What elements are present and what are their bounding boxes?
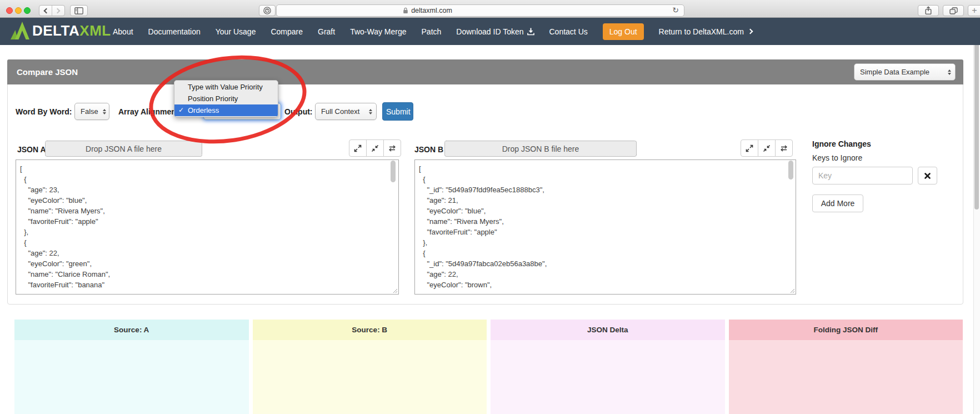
chevron-right-icon	[747, 29, 753, 34]
submit-button[interactable]: Submit	[382, 102, 413, 121]
source-b-panel: Source: B	[253, 320, 487, 414]
json-a-toolbar	[349, 139, 401, 157]
output-value: Full Context	[321, 107, 359, 116]
sidebar-toggle-button[interactable]	[70, 5, 88, 16]
ignore-key-input[interactable]	[812, 167, 913, 184]
source-a-panel-body	[14, 340, 249, 414]
deltaxml-logo[interactable]: DELTAXML	[10, 21, 111, 41]
json-b-collapse-button[interactable]	[758, 139, 776, 157]
json-a-resize-grip[interactable]	[392, 287, 398, 293]
deltaxml-logo-icon	[10, 21, 30, 41]
json-b-dropzone[interactable]: Drop JSON B file here	[444, 141, 637, 157]
json-b-scrollbar-thumb[interactable]	[788, 161, 793, 179]
remove-key-button[interactable]	[918, 167, 937, 184]
browser-chrome: deltaxml.com ↻ +	[0, 0, 980, 18]
back-button[interactable]	[39, 6, 52, 16]
json-delta-panel-body	[491, 340, 725, 414]
json-delta-panel-title: JSON Delta	[491, 320, 725, 340]
resize-small-icon	[371, 144, 379, 153]
json-b-toolbar	[741, 139, 793, 157]
transfer-icon	[388, 144, 397, 153]
privacy-report-button[interactable]	[259, 5, 276, 16]
remove-x-icon	[924, 172, 931, 179]
close-window-button[interactable]	[6, 7, 13, 14]
download-icon	[527, 28, 534, 36]
url-text: deltaxml.com	[411, 7, 452, 14]
keys-to-ignore-label: Keys to Ignore	[812, 153, 862, 162]
json-a-scrollbar-thumb[interactable]	[391, 161, 396, 182]
resize-full-icon	[745, 144, 754, 153]
back-icon	[44, 8, 49, 13]
folding-json-diff-panel-body	[729, 340, 963, 414]
word-by-word-value: False	[81, 107, 98, 116]
json-a-label: JSON A	[17, 145, 46, 154]
minimize-window-button[interactable]	[15, 7, 22, 14]
output-select[interactable]: Full Context	[315, 103, 377, 120]
source-b-panel-title: Source: B	[253, 320, 487, 340]
select-arrows-icon	[948, 69, 951, 75]
nav-item-return-to-deltaxml[interactable]: Return to DeltaXML.com	[659, 27, 752, 36]
nav-item-contact-us[interactable]: Contact Us	[549, 27, 588, 36]
nav-item-patch[interactable]: Patch	[422, 27, 442, 36]
json-b-textarea[interactable]: [ { "_id": "5d49a97fdd9fea5ec1888bc3", "…	[414, 159, 796, 295]
page-title: Compare JSON	[17, 67, 78, 77]
json-a-transfer-button[interactable]	[383, 139, 401, 157]
nav-item-about[interactable]: About	[113, 27, 133, 36]
sidebar-icon	[74, 7, 83, 14]
json-b-label: JSON B	[414, 145, 443, 154]
json-b-resize-grip[interactable]	[789, 287, 795, 293]
add-more-button[interactable]: Add More	[812, 194, 863, 212]
compare-panel-heading: Compare JSON	[7, 59, 963, 84]
dropdown-option-orderless[interactable]: ✓ Orderless	[174, 104, 278, 116]
share-icon	[924, 6, 932, 15]
array-alignment-label: Array Alignment:	[118, 107, 181, 116]
checkmark-icon: ✓	[178, 104, 184, 116]
nav-item-download-id-token[interactable]: Download ID Token	[456, 27, 534, 36]
nav-item-your-usage[interactable]: Your Usage	[216, 27, 256, 36]
json-a-expand-button[interactable]	[349, 139, 367, 157]
json-a-textarea[interactable]: [ { "age": 23, "eyeColor": "blue", "name…	[16, 159, 399, 295]
nav-item-documentation[interactable]: Documentation	[148, 27, 201, 36]
folding-json-diff-panel: Folding JSON Diff	[729, 320, 963, 414]
brand-text: DELTAXML	[32, 22, 111, 39]
select-arrows-icon	[369, 109, 372, 114]
forward-button[interactable]	[52, 6, 64, 16]
dropdown-option-position-priority[interactable]: Position Priority	[174, 93, 278, 104]
ignore-changes-heading: Ignore Changes	[812, 139, 871, 148]
screen: deltaxml.com ↻ +	[0, 0, 980, 414]
json-b-expand-button[interactable]	[741, 139, 758, 157]
page-scrollbar-thumb[interactable]	[974, 22, 979, 210]
nav-item-two-way-merge[interactable]: Two-Way Merge	[350, 27, 406, 36]
address-bar[interactable]: deltaxml.com ↻	[276, 4, 684, 17]
output-label: Output:	[284, 107, 313, 116]
reload-icon[interactable]: ↻	[672, 6, 679, 14]
word-by-word-select[interactable]: False	[74, 103, 109, 120]
zoom-window-button[interactable]	[24, 7, 31, 14]
dropdown-option-type-with-value-priority[interactable]: Type with Value Priority	[174, 81, 278, 93]
transfer-icon	[779, 144, 788, 153]
logout-button[interactable]: Log Out	[603, 23, 644, 40]
result-panels: Source: A Source: B JSON Delta Folding J…	[14, 320, 963, 414]
select-arrows-icon	[103, 109, 106, 114]
show-tabs-button[interactable]	[943, 5, 964, 16]
resize-small-icon	[762, 144, 771, 153]
json-b-transfer-button[interactable]	[775, 139, 793, 157]
source-b-panel-body	[253, 340, 487, 414]
privacy-icon	[263, 6, 272, 15]
json-a-dropzone[interactable]: Drop JSON A file here	[45, 141, 202, 157]
tabs-icon	[949, 7, 958, 14]
example-select[interactable]: Simple Data Example	[854, 63, 956, 81]
padlock-icon	[403, 7, 408, 14]
nav-item-compare[interactable]: Compare	[271, 27, 303, 36]
main-navbar: DELTAXML About Documentation Your Usage …	[0, 18, 980, 45]
json-a-collapse-button[interactable]	[366, 139, 384, 157]
source-a-panel-title: Source: A	[14, 320, 249, 340]
example-select-value: Simple Data Example	[860, 68, 929, 76]
folding-json-diff-panel-title: Folding JSON Diff	[729, 320, 963, 340]
new-tab-button[interactable]: +	[968, 5, 980, 16]
array-alignment-dropdown-popup: Type with Value Priority Position Priori…	[174, 80, 278, 117]
share-button[interactable]	[918, 5, 939, 16]
history-nav-buttons	[39, 5, 65, 16]
word-by-word-label: Word By Word:	[16, 107, 72, 116]
nav-item-graft[interactable]: Graft	[318, 27, 335, 36]
